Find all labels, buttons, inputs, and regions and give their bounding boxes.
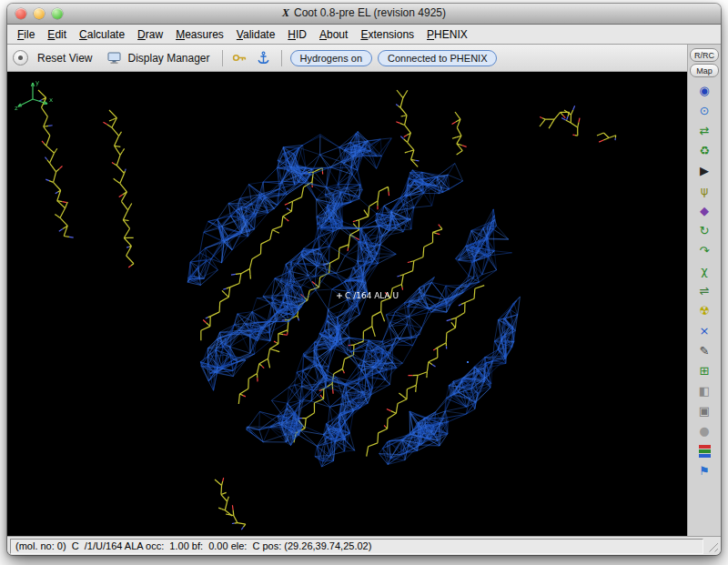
map-button[interactable]: Map [690,64,719,77]
add-residue-icon[interactable]: ⊞ [694,362,714,379]
window-title-text: Coot 0.8-pre EL (revision 4925) [294,6,446,19]
edit-backbone-icon[interactable]: ✎ [694,342,714,359]
window-title: XCoot 0.8-pre EL (revision 4925) [7,6,721,20]
menu-item-file[interactable]: File [11,26,41,43]
x11-icon: X [282,6,289,19]
mutate-icon[interactable]: ◆ [694,202,714,219]
toolbar-separator [222,50,223,66]
regularize-icon[interactable]: ♻ [694,142,714,159]
graphics-area [7,72,687,536]
menu-item-calculate[interactable]: Calculate [73,26,131,43]
left-column: Reset View Display Manager [7,45,687,536]
tool-strip: ◉⊙⇄♻▶ψ◆↻↷χ⇌☢×✎⊞◧▣●⚑ [694,82,714,479]
anchor-icon[interactable] [255,49,273,67]
radiation-icon[interactable]: ☢ [694,302,714,319]
resize-grip[interactable] [706,540,718,552]
menu-item-about[interactable]: About [313,26,354,43]
desktop-background: XCoot 0.8-pre EL (revision 4925) FileEdi… [0,0,728,565]
edit-chi-angles-icon[interactable]: χ [694,262,714,279]
auto-fit-rotamer-icon[interactable]: ↻ [694,222,714,239]
body-row: Reset View Display Manager [7,45,721,536]
rrc-button[interactable]: R/RC [690,48,719,62]
rotate-translate-icon[interactable]: ⇄ [694,122,714,139]
trash-icon[interactable]: ▣ [694,402,714,419]
sidechain-flip-icon[interactable]: ⇌ [694,282,714,299]
coot-window: XCoot 0.8-pre EL (revision 4925) FileEdi… [7,4,721,555]
toolbar: Reset View Display Manager [7,45,687,72]
statusbar: (mol. no: 0) C /1/U/164 ALA occ: 1.00 bf… [7,536,721,555]
toolbar-toggle-button[interactable] [13,50,28,66]
right-toolbar: R/RC Map ◉⊙⇄♻▶ψ◆↻↷χ⇌☢×✎⊞◧▣●⚑ [687,45,721,536]
hydrogens-toggle-button[interactable]: Hydrogens on [290,50,373,66]
real-space-refine-icon[interactable]: ⊙ [694,102,714,119]
molecule-canvas[interactable] [7,72,687,536]
menu-item-validate[interactable]: Validate [230,26,282,43]
pep-flip-icon[interactable]: ↷ [694,242,714,259]
sphere-icon[interactable]: ● [694,422,714,439]
menu-item-phenix[interactable]: PHENIX [420,26,474,43]
menu-item-draw[interactable]: Draw [131,26,169,43]
menu-item-edit[interactable]: Edit [41,26,73,43]
menu-item-hid[interactable]: HID [281,26,313,43]
display-manager-label: Display Manager [127,52,209,65]
key-icon[interactable] [231,49,249,67]
rotamer-icon[interactable]: ψ [694,182,714,199]
menu-item-measures[interactable]: Measures [169,26,230,43]
sphere-refine-icon[interactable]: ◉ [694,82,714,99]
titlebar[interactable]: XCoot 0.8-pre EL (revision 4925) [7,4,721,25]
pointer-icon[interactable]: ▶ [694,162,714,179]
flag-icon[interactable]: ⚑ [694,462,714,479]
phenix-connection-button[interactable]: Connected to PHENIX [378,50,497,66]
menu-item-extensions[interactable]: Extensions [354,26,420,43]
status-text: (mol. no: 0) C /1/U/164 ALA occ: 1.00 bf… [15,540,371,551]
display-manager-button[interactable]: Display Manager [101,47,213,69]
torsion-general-icon[interactable]: × [694,322,714,339]
menubar: FileEditCalculateDrawMeasuresValidateHID… [7,25,721,45]
reset-view-button[interactable]: Reset View [34,50,96,66]
display-icon [105,49,123,67]
eraser-icon[interactable]: ◧ [694,382,714,399]
status-field: (mol. no: 0) C /1/U/164 ALA occ: 1.00 bf… [10,539,703,554]
rgb-display-icon[interactable] [694,442,714,459]
toolbar-separator [281,50,282,66]
